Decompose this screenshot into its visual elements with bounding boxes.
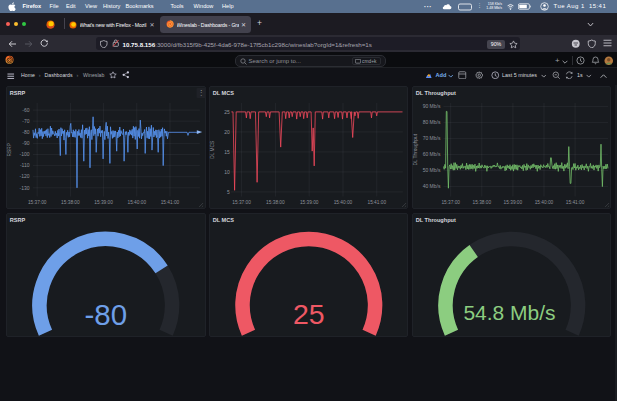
svg-text:15:41:00: 15:41:00 (161, 199, 180, 204)
svg-text:DL MCS: DL MCS (210, 140, 215, 158)
svg-text:25: 25 (224, 108, 230, 114)
svg-text:-110: -110 (20, 162, 30, 168)
svg-text:RSRP: RSRP (10, 89, 26, 95)
svg-text:-130: -130 (20, 184, 30, 190)
svg-text:-80: -80 (22, 129, 29, 135)
svg-text:15:40:00: 15:40:00 (534, 199, 553, 204)
svg-text:15:39:00: 15:39:00 (94, 199, 113, 204)
svg-text:20: 20 (224, 128, 230, 134)
svg-text:25: 25 (293, 297, 325, 329)
svg-text:15:40:00: 15:40:00 (127, 199, 146, 204)
svg-text:15:38:00: 15:38:00 (472, 199, 491, 204)
svg-text:DL Throughput: DL Throughput (413, 133, 418, 165)
svg-text:70 Mb/s: 70 Mb/s (422, 135, 440, 141)
svg-text:60 Mb/s: 60 Mb/s (422, 151, 440, 157)
svg-text:15:37:00: 15:37:00 (232, 199, 251, 204)
svg-text:-80: -80 (84, 298, 127, 331)
svg-text:15: 15 (224, 148, 230, 154)
svg-text:-60: -60 (22, 106, 29, 112)
svg-text:DL Throughput: DL Throughput (415, 89, 455, 95)
svg-text:54.8 Mb/s: 54.8 Mb/s (463, 300, 555, 323)
svg-text:15:38:00: 15:38:00 (61, 199, 80, 204)
svg-text:RSRP: RSRP (10, 216, 26, 222)
svg-text:-100: -100 (20, 151, 30, 157)
svg-text:15:39:00: 15:39:00 (300, 199, 319, 204)
svg-text:15:41:00: 15:41:00 (565, 199, 584, 204)
svg-text:⋮: ⋮ (198, 89, 205, 96)
svg-text:-70: -70 (22, 118, 29, 124)
svg-text:RSRP: RSRP (7, 143, 12, 156)
svg-text:5: 5 (227, 188, 230, 194)
svg-text:15:40:00: 15:40:00 (333, 199, 352, 204)
svg-text:-120: -120 (20, 173, 30, 179)
svg-text:10: 10 (224, 168, 230, 174)
svg-text:15:37:00: 15:37:00 (28, 199, 47, 204)
svg-text:DL MCS: DL MCS (212, 89, 234, 95)
svg-text:DL MCS: DL MCS (212, 216, 234, 222)
svg-text:-90: -90 (22, 140, 29, 146)
svg-text:15:39:00: 15:39:00 (503, 199, 522, 204)
svg-text:80 Mb/s: 80 Mb/s (422, 119, 440, 125)
svg-text:DL Throughput: DL Throughput (415, 216, 455, 222)
svg-text:50 Mb/s: 50 Mb/s (422, 167, 440, 173)
svg-text:15:38:00: 15:38:00 (266, 199, 285, 204)
svg-text:90 Mb/s: 90 Mb/s (422, 103, 440, 109)
svg-text:15:41:00: 15:41:00 (367, 199, 386, 204)
svg-text:40 Mb/s: 40 Mb/s (422, 183, 440, 189)
svg-text:15:37:00: 15:37:00 (441, 199, 460, 204)
